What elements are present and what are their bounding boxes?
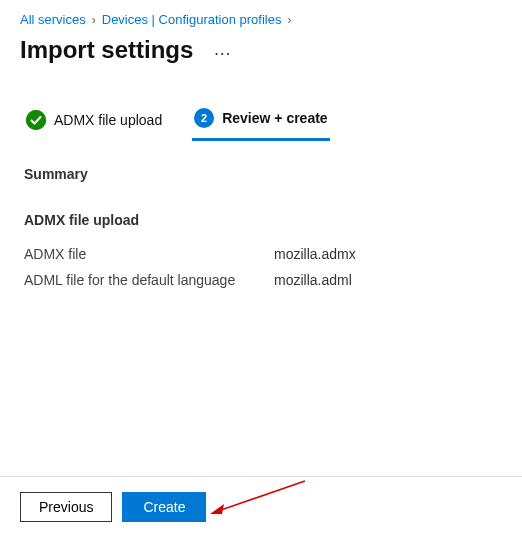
more-actions-button[interactable]: … — [207, 35, 238, 64]
tab-admx-file-upload[interactable]: ADMX file upload — [24, 104, 164, 141]
annotation-arrow — [210, 479, 310, 519]
summary-heading: Summary — [24, 166, 498, 182]
step-number-badge: 2 — [194, 108, 214, 128]
svg-point-0 — [26, 110, 46, 130]
tab-label: Review + create — [222, 110, 327, 126]
svg-marker-2 — [210, 504, 224, 514]
summary-key: ADML file for the default language — [24, 272, 274, 288]
summary-row: ADML file for the default language mozil… — [24, 272, 498, 288]
page-title: Import settings — [20, 36, 193, 64]
wizard-tabs: ADMX file upload 2 Review + create — [0, 74, 522, 141]
summary-value: mozilla.adml — [274, 272, 352, 288]
summary-key: ADMX file — [24, 246, 274, 262]
summary-area: Summary ADMX file upload ADMX file mozil… — [0, 141, 522, 323]
tab-review-create[interactable]: 2 Review + create — [192, 104, 329, 141]
create-button[interactable]: Create — [122, 492, 206, 522]
summary-value: mozilla.admx — [274, 246, 356, 262]
footer: Previous Create — [0, 476, 522, 537]
previous-button[interactable]: Previous — [20, 492, 112, 522]
chevron-right-icon: › — [92, 13, 96, 27]
breadcrumb-item-devices-config-profiles[interactable]: Devices | Configuration profiles — [102, 12, 282, 27]
page-header: Import settings … — [0, 33, 522, 74]
breadcrumb-item-all-services[interactable]: All services — [20, 12, 86, 27]
check-icon — [26, 110, 46, 130]
breadcrumb: All services › Devices | Configuration p… — [0, 0, 522, 33]
tab-label: ADMX file upload — [54, 112, 162, 128]
summary-row: ADMX file mozilla.admx — [24, 246, 498, 262]
chevron-right-icon: › — [287, 13, 291, 27]
svg-line-1 — [218, 481, 305, 511]
section-heading: ADMX file upload — [24, 212, 498, 228]
